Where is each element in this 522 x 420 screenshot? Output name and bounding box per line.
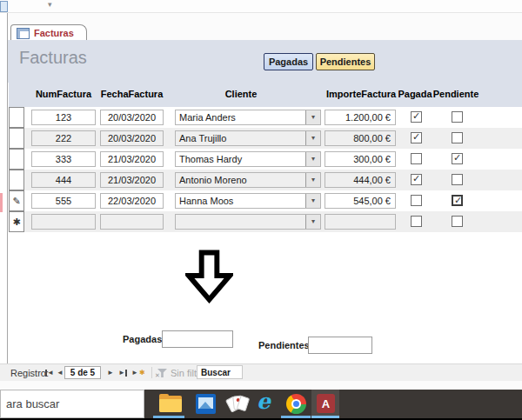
importefactura-input[interactable]: 1.200,00 € — [325, 110, 396, 125]
fechafactura-input[interactable]: 21/03/2020 — [100, 172, 164, 188]
importefactura-input[interactable]: 300,00 € — [325, 151, 396, 167]
record-search-input[interactable]: Buscar — [197, 365, 243, 379]
datasheet-icon — [0, 1, 8, 12]
combo-dropdown-button[interactable]: ▾ — [305, 173, 320, 187]
pagada-checkbox[interactable] — [411, 216, 422, 227]
file-explorer-icon[interactable] — [159, 394, 183, 413]
pendiente-checkbox[interactable] — [452, 216, 463, 227]
numfactura-input[interactable]: 555 — [31, 193, 96, 209]
nav-separator — [151, 367, 152, 378]
cliente-value: Hanna Moos — [179, 196, 233, 206]
pagadas-button[interactable]: Pagadas — [264, 53, 313, 70]
pencil-icon: ✎ — [12, 197, 20, 206]
importefactura-input[interactable]: 800,00 € — [325, 130, 396, 146]
cliente-combobox[interactable]: ▾ — [175, 214, 321, 230]
combo-dropdown-button[interactable]: ▾ — [305, 194, 320, 208]
importefactura-input[interactable]: 444,00 € — [325, 172, 396, 188]
pendiente-checkbox[interactable] — [452, 153, 463, 164]
new-record-button[interactable]: ►✱ — [131, 368, 145, 377]
record-selector[interactable]: ✎ — [9, 190, 24, 211]
chevron-down-icon: ▾ — [311, 135, 315, 142]
photos-app-icon[interactable] — [196, 394, 216, 414]
combo-dropdown-button[interactable]: ▾ — [305, 131, 320, 145]
cliente-combobox[interactable]: Hanna Moos ▾ — [175, 193, 321, 209]
fechafactura-input[interactable]: 20/03/2020 — [100, 130, 164, 146]
numfactura-input[interactable]: 123 — [31, 110, 96, 125]
record-position-box[interactable]: 5 de 5 — [64, 366, 101, 379]
internet-explorer-icon[interactable]: e — [257, 390, 271, 412]
window-edge-accent — [0, 193, 3, 212]
fechafactura-input[interactable]: 22/03/2020 — [100, 193, 164, 209]
page-title: Facturas — [19, 48, 87, 68]
fechafactura-input[interactable]: 21/03/2020 — [100, 151, 164, 167]
importefactura-input[interactable]: 545,00 € — [325, 193, 396, 209]
record-nav-label: Registro: — [10, 368, 49, 378]
tab-facturas[interactable]: Facturas — [10, 24, 87, 41]
new-record-arrow-icon: ► — [131, 370, 138, 377]
pagada-checkbox[interactable] — [411, 174, 422, 185]
cliente-combobox[interactable]: Antonio Moreno ▾ — [175, 172, 321, 188]
tab-label: Facturas — [34, 28, 74, 38]
previous-record-button[interactable]: ◄ — [57, 368, 64, 377]
last-record-button[interactable]: ► — [118, 368, 127, 377]
access-app-icon[interactable]: A — [317, 394, 335, 413]
first-record-button[interactable]: ◄ — [45, 368, 54, 377]
combo-dropdown-button[interactable]: ▾ — [305, 152, 320, 166]
quick-access-toolbar: ▾ — [0, 0, 522, 13]
qat-dropdown-icon[interactable]: ▾ — [48, 0, 52, 9]
pagada-checkbox[interactable] — [411, 153, 422, 164]
pagada-checkbox[interactable] — [411, 111, 422, 123]
pagada-checkbox[interactable] — [411, 132, 422, 143]
importefactura-input[interactable] — [325, 214, 396, 230]
pendiente-checkbox[interactable] — [452, 195, 463, 206]
pagadas-total-label: Pagadas — [123, 334, 162, 344]
taskbar-search-box[interactable]: ara buscar — [0, 390, 144, 418]
record-selector[interactable] — [9, 107, 24, 128]
cliente-combobox[interactable]: Thomas Hardy ▾ — [175, 151, 321, 167]
solitaire-icon[interactable] — [226, 394, 251, 415]
record-navigation-bar: Registro: ◄ ◄ 5 de 5 ► ► ►✱ ✕ Sin filtro… — [0, 363, 522, 381]
form-icon — [17, 28, 30, 39]
pendientes-button[interactable]: Pendientes — [316, 53, 375, 70]
cliente-value: Antonio Moreno — [179, 175, 247, 185]
chrome-icon[interactable] — [286, 394, 306, 414]
numfactura-input[interactable]: 222 — [31, 130, 96, 146]
pendiente-checkbox[interactable] — [452, 111, 463, 123]
record-selector[interactable] — [9, 170, 24, 190]
folder-front — [159, 399, 182, 412]
chrome-center — [291, 399, 301, 409]
pendiente-checkbox[interactable] — [452, 132, 463, 143]
pagadas-total-input[interactable] — [162, 330, 233, 348]
combo-dropdown-button[interactable]: ▾ — [305, 215, 320, 229]
record-selector[interactable]: ✱ — [9, 211, 24, 232]
numfactura-input[interactable]: 333 — [31, 151, 96, 167]
column-header-cliente: Cliente — [175, 89, 307, 99]
fechafactura-input[interactable] — [100, 214, 164, 230]
chevron-down-icon: ▾ — [311, 156, 315, 163]
last-record-bar — [125, 370, 127, 377]
pendiente-checkbox[interactable] — [452, 174, 463, 185]
record-selector[interactable] — [9, 128, 24, 149]
column-header-fechafactura: FechaFactura — [100, 89, 164, 99]
pagada-checkbox[interactable] — [411, 195, 422, 206]
form-header: Facturas Pagadas Pendientes — [8, 40, 522, 83]
cliente-combobox[interactable]: Ana Trujillo ▾ — [175, 130, 321, 146]
down-arrow-shape — [185, 250, 233, 303]
numfactura-input[interactable]: 444 — [31, 172, 96, 188]
numfactura-input[interactable] — [31, 214, 96, 230]
table-row: ✎ 555 22/03/2020 Hanna Moos ▾ 545,00 € — [9, 190, 522, 211]
pendientes-total-input[interactable] — [308, 337, 372, 354]
column-header-row: NumFactura FechaFactura Cliente ImporteF… — [9, 83, 522, 107]
table-row: 444 21/03/2020 Antonio Moreno ▾ 444,00 € — [9, 170, 522, 190]
record-selector[interactable] — [9, 149, 24, 170]
tab-strip: Facturas — [8, 13, 522, 40]
chevron-down-icon: ▾ — [311, 197, 315, 204]
combo-dropdown-button[interactable]: ▾ — [305, 110, 320, 124]
cliente-combobox[interactable]: Maria Anders ▾ — [175, 110, 321, 125]
next-record-button[interactable]: ► — [107, 368, 114, 377]
previous-record-icon: ◄ — [57, 370, 64, 377]
cliente-value: Maria Anders — [179, 112, 236, 123]
fechafactura-input[interactable]: 20/03/2020 — [100, 110, 164, 125]
pendientes-total-label: Pendientes — [258, 340, 310, 350]
chevron-down-icon: ▾ — [311, 177, 315, 183]
